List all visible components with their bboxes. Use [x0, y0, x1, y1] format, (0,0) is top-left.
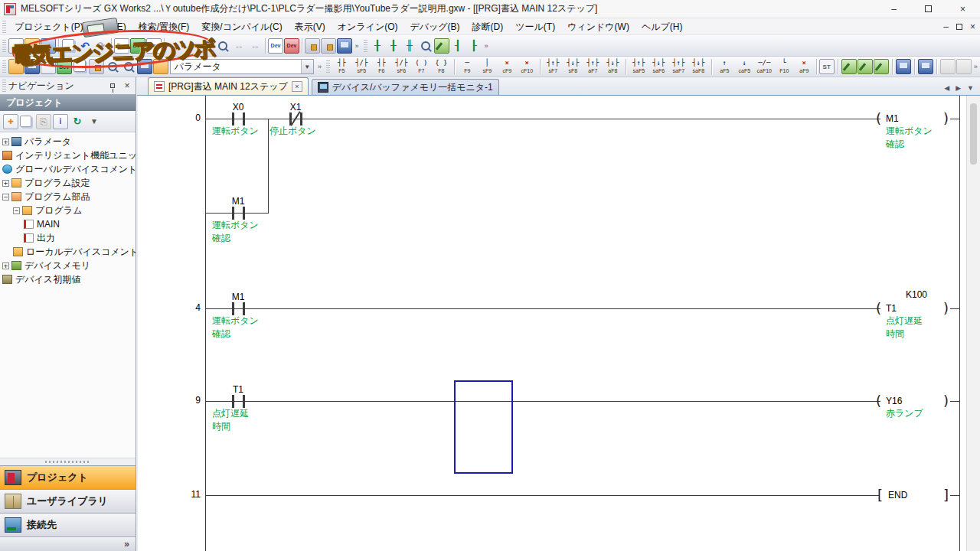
menu-diagnostics[interactable]: 診断(D) — [466, 18, 510, 35]
entry-ladder-monitor-icon[interactable]: ┨ — [450, 38, 466, 54]
fkey-invert-result[interactable]: ↑ aF5 — [715, 57, 734, 76]
vertical-scrollbar[interactable] — [966, 96, 980, 551]
toolbar-overflow-icon[interactable]: » — [482, 38, 491, 54]
entry-ladder-monitor2-icon[interactable]: ┠ — [466, 38, 482, 54]
zoom-select-icon[interactable] — [121, 59, 136, 74]
transfer-setup-icon[interactable]: ↔ — [247, 38, 263, 54]
tc-setting-change-icon[interactable] — [874, 59, 889, 74]
menu-debug[interactable]: デバッグ(B) — [403, 18, 466, 35]
find-contact-icon[interactable] — [418, 38, 433, 54]
tree-item-device-memory[interactable]: + デバイスメモリ — [0, 259, 136, 272]
tree-item-program-setting[interactable]: + プログラム設定 — [0, 176, 136, 190]
fkey-vertical-line[interactable]: │ sF9 — [478, 57, 497, 76]
nav-button-user-library[interactable]: ユーザライブラリ — [0, 489, 136, 513]
new-project-icon[interactable] — [8, 38, 24, 54]
fkey-coil[interactable]: ( ) F7 — [412, 57, 431, 76]
refresh-icon[interactable]: ↻ — [70, 114, 85, 129]
data-selector-combo[interactable]: パラメータ ▼ — [170, 59, 314, 74]
unit-tool-icon[interactable] — [305, 38, 320, 54]
tab-device-buffer-monitor[interactable]: デバイス/バッファメモリ一括モニタ-1 — [312, 79, 499, 95]
device-comment-edit-icon[interactable]: Dev — [57, 59, 72, 74]
remote-operation-icon[interactable]: ↔ — [231, 38, 247, 54]
tree-item-main[interactable]: MAIN — [0, 217, 136, 231]
open-project-icon[interactable] — [24, 38, 40, 54]
tab-scroll-right-icon[interactable]: ▶ — [956, 84, 961, 92]
nav-more-bar[interactable]: » — [0, 536, 136, 551]
mdi-minimize-button[interactable]: – — [943, 21, 949, 32]
tree-item-parameter[interactable]: + パラメータ — [0, 135, 136, 148]
fkey-open-contact[interactable]: ┤├ F5 — [332, 57, 351, 76]
tree-item-program[interactable]: − プログラム — [0, 204, 136, 217]
chevron-down-icon[interactable]: ▼ — [301, 60, 313, 73]
fkey-rising-pulse-branch[interactable]: ┤↑├ aF7 — [583, 57, 603, 76]
tab-menu-icon[interactable]: ▼ — [967, 84, 974, 92]
panel-splitter[interactable] — [0, 458, 136, 465]
tree-item-intelligent-unit[interactable]: インテリジェント機能ユニット — [0, 148, 136, 162]
property-icon[interactable]: i — [53, 114, 68, 129]
fkey-horizontal-line[interactable]: ─ F9 — [458, 57, 477, 76]
project-tree-icon[interactable] — [8, 59, 24, 74]
menu-edit[interactable]: 編集(E) — [90, 18, 132, 35]
ladder-edit-icon[interactable] — [841, 59, 857, 74]
toolbar-overflow-icon[interactable]: » — [352, 38, 361, 54]
menu-online[interactable]: オンライン(O) — [332, 18, 404, 35]
tree-item-output[interactable]: 出力 — [0, 231, 136, 245]
new-item-icon[interactable]: ✚ — [3, 114, 18, 129]
tree-item-program-parts[interactable]: − プログラム部品 — [0, 190, 136, 204]
minimize-button[interactable]: – — [877, 0, 911, 18]
paste-icon[interactable]: ⎘ — [36, 114, 51, 129]
mdi-close-button[interactable]: × — [970, 21, 975, 32]
undo-icon[interactable]: ↶ — [77, 38, 93, 54]
library-icon[interactable] — [153, 59, 168, 74]
inline-st-icon[interactable]: ST — [819, 59, 835, 74]
ladder-editor[interactable]: 0 X0 運転ボタン X1 停止ボタン M1 運転ボタン確 — [138, 96, 966, 551]
fkey-falling-pulse[interactable]: ┤↓├ sF8 — [564, 57, 583, 76]
fkey-delete-vertical[interactable]: × cF10 — [518, 57, 537, 76]
monitor-stop-icon[interactable]: ╂ — [386, 38, 401, 54]
tab-close-icon[interactable]: × — [292, 81, 302, 92]
fkey-closed-contact[interactable]: ┤/├ sF5 — [352, 57, 371, 76]
menu-tools[interactable]: ツール(T) — [509, 18, 561, 35]
fkey-edge-relay[interactable]: └ F10 — [775, 57, 794, 76]
fkey-open-branch[interactable]: ┤├ F6 — [372, 57, 391, 76]
tree-item-device-initial-value[interactable]: デバイス初期値 — [0, 272, 136, 286]
device-list-icon[interactable] — [105, 59, 120, 74]
save-project-icon[interactable] — [41, 38, 56, 54]
device-replace-icon[interactable] — [858, 59, 873, 74]
note-icon[interactable] — [956, 59, 972, 74]
tree-expander[interactable]: + — [2, 180, 9, 187]
tab-prg-main[interactable]: [PRG]書込 MAIN 12ステップ × — [148, 77, 309, 95]
toolbar-overflow-icon[interactable]: » — [315, 59, 324, 74]
toolbar-overflow-icon[interactable]: » — [972, 59, 980, 74]
find-device-icon[interactable] — [215, 38, 230, 54]
read-from-plc-icon[interactable]: ← — [183, 38, 198, 54]
tree-item-global-device-comment[interactable]: グローバルデバイスコメント — [0, 162, 136, 176]
nav-button-project[interactable]: プロジェクト — [0, 465, 136, 489]
cross-reference-icon[interactable] — [89, 59, 104, 74]
redo-icon[interactable]: ↷ — [93, 38, 109, 54]
sort-filter-icon[interactable]: ▼ — [87, 114, 102, 129]
device-comment-icon[interactable]: Dev — [114, 38, 129, 54]
write-during-run-icon[interactable] — [918, 59, 933, 74]
copy-icon[interactable] — [20, 116, 31, 127]
fkey-delete-tx[interactable]: × aF9 — [795, 57, 814, 76]
fkey-falling-pulse-close-branch[interactable]: ┤↓├ saF8 — [689, 57, 708, 76]
fkey-rising-pulse[interactable]: ┤↑├ sF7 — [544, 57, 563, 76]
pc-monitor-icon[interactable] — [337, 38, 352, 54]
write-to-plc-icon[interactable]: → — [167, 38, 182, 54]
menu-project[interactable]: プロジェクト(P) — [8, 18, 90, 35]
program-config-icon[interactable] — [24, 59, 40, 74]
close-icon[interactable]: × — [121, 80, 133, 92]
menu-find-replace[interactable]: 検索/置換(F) — [132, 18, 196, 35]
device-test-icon[interactable]: Dev — [284, 38, 299, 54]
menu-view[interactable]: 表示(V) — [289, 18, 332, 35]
tree-expander[interactable]: − — [2, 194, 9, 201]
menu-convert-compile[interactable]: 変換/コンパイル(C) — [195, 18, 288, 35]
fkey-rising-pulse-close[interactable]: ┤↑├ saF5 — [629, 57, 648, 76]
fkey-application-instruction[interactable]: { } F8 — [432, 57, 451, 76]
scrollbar-thumb[interactable] — [970, 103, 977, 165]
verify-result-icon[interactable] — [74, 60, 86, 72]
verify-with-plc-icon[interactable] — [199, 38, 214, 54]
fkey-falling-pulse-branch[interactable]: ┤↓├ aF8 — [603, 57, 622, 76]
network-parameter-icon[interactable] — [321, 38, 336, 54]
